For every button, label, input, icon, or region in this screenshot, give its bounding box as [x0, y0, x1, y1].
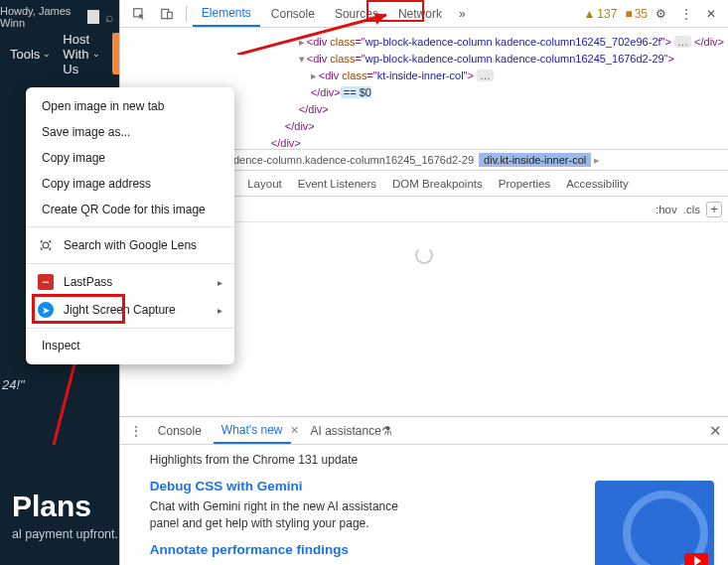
- site-navbar: Tools⌄ Host With Us⌄ Client Area ⌕: [0, 34, 119, 73]
- menu-separator: [26, 226, 234, 227]
- settings-gear-icon[interactable]: ⚙: [650, 0, 672, 27]
- menu-separator: [26, 263, 234, 264]
- plans-subtext: al payment upfront.: [12, 527, 118, 541]
- context-menu: Open image in new tab Save image as... C…: [26, 87, 234, 364]
- lens-icon: [38, 237, 54, 253]
- svg-point-0: [43, 242, 49, 248]
- menu-copy-image[interactable]: Copy image: [26, 145, 234, 171]
- drawer-tab-bar: ⋮ Console What's new ✕ AI assistance ⚗ ✕: [120, 417, 728, 445]
- nav-host-with-us[interactable]: Host With Us⌄: [63, 32, 100, 76]
- howdy-text: Howdy, James Winn: [0, 5, 81, 29]
- inspect-element-icon[interactable]: [126, 0, 152, 27]
- close-devtools-icon[interactable]: ✕: [700, 0, 722, 27]
- tab-console[interactable]: Console: [262, 0, 324, 27]
- menu-create-qr[interactable]: Create QR Code for this image: [26, 197, 234, 222]
- submenu-arrow-icon: ▸: [218, 305, 222, 316]
- cls-toggle[interactable]: .cls: [683, 204, 700, 215]
- admin-bar: Howdy, James Winn ⌕: [0, 5, 113, 29]
- more-options-icon[interactable]: ⋮: [674, 0, 698, 27]
- close-whats-new-icon[interactable]: ✕: [290, 424, 299, 437]
- ellipsis-icon[interactable]: …: [674, 36, 691, 48]
- play-icon: [694, 556, 701, 565]
- close-drawer-icon[interactable]: ✕: [709, 422, 722, 440]
- drawer-tab-console[interactable]: Console: [150, 417, 210, 444]
- more-tabs-icon[interactable]: »: [453, 0, 472, 27]
- subtab-event-listeners[interactable]: Event Listeners: [290, 171, 384, 196]
- plans-section: Plans al payment upfront.: [12, 490, 118, 541]
- expand-icon[interactable]: ▸: [299, 36, 305, 48]
- drawer-tab-whats-new[interactable]: What's new: [214, 417, 291, 444]
- ellipsis-icon[interactable]: …: [477, 70, 494, 81]
- crumb-div2[interactable]: div.kt-inside-inner-col: [479, 153, 591, 167]
- menu-separator: [26, 328, 234, 329]
- whats-new-highlight: Highlights from the Chrome 131 update: [150, 453, 698, 467]
- hov-toggle[interactable]: :hov: [655, 204, 677, 215]
- search-icon[interactable]: ⌕: [105, 9, 113, 25]
- expand-icon[interactable]: ▸: [311, 70, 317, 81]
- webpage-area: Howdy, James Winn ⌕ Tools⌄ Host With Us⌄…: [0, 0, 119, 565]
- subtab-layout[interactable]: Layout: [239, 171, 290, 196]
- menu-google-lens[interactable]: Search with Google Lens: [26, 231, 234, 259]
- new-style-rule-button[interactable]: +: [706, 202, 722, 217]
- menu-save-image-as[interactable]: Save image as...: [26, 119, 234, 145]
- tab-elements[interactable]: Elements: [193, 0, 260, 27]
- plans-heading: Plans: [12, 490, 118, 523]
- whats-new-p1: Chat with Gemini right in the new AI ass…: [150, 498, 408, 532]
- lastpass-icon: •••: [38, 274, 54, 290]
- devtools-tab-bar: Elements Console Sources Network » ▲ 137…: [120, 0, 728, 28]
- drawer-tab-ai-assistance[interactable]: AI assistance ⚗: [303, 417, 400, 444]
- selected-marker: == $0: [341, 86, 371, 98]
- svg-rect-5: [167, 12, 172, 18]
- subtab-accessibility[interactable]: Accessibility: [558, 171, 637, 196]
- jight-icon: ➤: [38, 302, 54, 318]
- tab-sources[interactable]: Sources: [326, 0, 387, 27]
- warnings-badge[interactable]: ▲ 137: [583, 7, 617, 21]
- quote-text: 24!": [2, 377, 25, 392]
- menu-copy-image-address[interactable]: Copy image address: [26, 171, 234, 197]
- submenu-arrow-icon: ▸: [218, 277, 222, 288]
- promo-thumbnail[interactable]: [595, 481, 714, 565]
- subtab-dom-breakpoints[interactable]: DOM Breakpoints: [384, 171, 491, 196]
- menu-lastpass[interactable]: ••• LastPass ▸: [26, 268, 234, 296]
- subtab-properties[interactable]: Properties: [491, 171, 558, 196]
- menu-open-image-new-tab[interactable]: Open image in new tab: [26, 93, 234, 119]
- issues-badge[interactable]: ■ 35: [625, 7, 648, 21]
- tab-network[interactable]: Network: [389, 0, 451, 27]
- devtools-drawer: ⋮ Console What's new ✕ AI assistance ⚗ ✕…: [120, 416, 728, 565]
- drawer-body: Highlights from the Chrome 131 update De…: [120, 445, 728, 565]
- flask-icon: ⚗: [381, 424, 392, 438]
- menu-jight-capture[interactable]: ➤ Jight Screen Capture ▸: [26, 296, 234, 324]
- menu-inspect[interactable]: Inspect: [26, 333, 234, 358]
- loading-spinner-icon: [415, 246, 433, 264]
- crumb-scroll-right[interactable]: ▸: [591, 154, 603, 167]
- nav-tools[interactable]: Tools⌄: [10, 47, 51, 62]
- collapse-icon[interactable]: ▾: [299, 53, 305, 65]
- divider: [186, 6, 187, 22]
- avatar-icon[interactable]: [87, 10, 99, 24]
- drawer-menu-icon[interactable]: ⋮: [126, 424, 146, 438]
- device-toolbar-icon[interactable]: [154, 0, 180, 27]
